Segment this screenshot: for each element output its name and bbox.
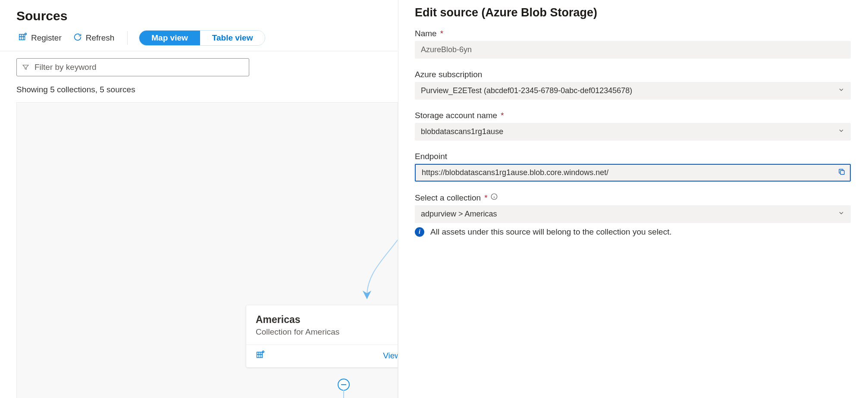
collection-value: adpurview > Americas — [421, 210, 497, 219]
collection-select[interactable]: adpurview > Americas — [415, 205, 851, 223]
collection-card-americas[interactable]: Americas Collection for Americas View — [246, 305, 398, 367]
collection-icon — [18, 32, 28, 44]
endpoint-input[interactable]: https://blobdatascans1rg1ause.blob.core.… — [415, 164, 851, 182]
collection-icon — [256, 350, 265, 361]
toolbar: Register Refresh Map view Table view — [0, 25, 398, 51]
collection-label: Select a collection — [415, 193, 481, 203]
name-label: Name — [415, 29, 437, 38]
refresh-button[interactable]: Refresh — [71, 31, 116, 46]
table-view-button[interactable]: Table view — [200, 31, 265, 45]
field-collection: Select a collection * adpurview > Americ… — [415, 193, 851, 237]
register-button[interactable]: Register — [16, 31, 63, 46]
endpoint-label: Endpoint — [415, 152, 447, 161]
svg-point-3 — [263, 351, 264, 353]
copy-icon[interactable] — [838, 168, 846, 178]
collection-card-title: Americas — [256, 314, 398, 326]
field-endpoint: Endpoint https://blobdatascans1rg1ause.b… — [415, 152, 851, 182]
svg-rect-2 — [257, 352, 263, 358]
required-marker: * — [501, 111, 504, 120]
storage-account-select[interactable]: blobdatascans1rg1ause — [415, 123, 851, 141]
info-badge-icon: i — [415, 227, 424, 237]
endpoint-value: https://blobdatascans1rg1ause.blob.core.… — [422, 168, 608, 177]
results-count: Showing 5 collections, 5 sources — [0, 80, 398, 94]
field-name: Name * — [415, 29, 851, 59]
subscription-select[interactable]: Purview_E2ETest (abcdef01-2345-6789-0abc… — [415, 82, 851, 100]
required-marker: * — [484, 193, 487, 203]
subscription-value: Purview_E2ETest (abcdef01-2345-6789-0abc… — [421, 86, 632, 95]
field-subscription: Azure subscription Purview_E2ETest (abcd… — [415, 70, 851, 100]
storage-label: Storage account name — [415, 111, 497, 120]
toolbar-divider — [127, 31, 128, 45]
collection-card-subtitle: Collection for Americas — [256, 327, 398, 337]
collection-info-row: i All assets under this source will belo… — [415, 227, 851, 237]
filter-icon — [22, 63, 29, 71]
view-details-link[interactable]: View — [383, 351, 398, 360]
filter-input[interactable] — [34, 63, 244, 72]
view-toggle: Map view Table view — [139, 30, 265, 46]
subscription-label: Azure subscription — [415, 70, 482, 79]
refresh-label: Refresh — [86, 33, 115, 43]
collapse-node-button[interactable] — [338, 379, 350, 391]
chevron-down-icon — [838, 86, 845, 95]
info-icon[interactable] — [490, 193, 498, 203]
name-input[interactable] — [415, 41, 851, 59]
field-storage-account: Storage account name * blobdatascans1rg1… — [415, 111, 851, 141]
chevron-down-icon — [838, 127, 845, 136]
edit-source-panel: Edit source (Azure Blob Storage) Name * … — [398, 0, 868, 398]
sources-pane: Sources Register — [0, 0, 398, 398]
map-view-button[interactable]: Map view — [139, 31, 200, 45]
storage-value: blobdatascans1rg1ause — [421, 127, 503, 136]
minus-icon — [341, 384, 346, 385]
collection-info-text: All assets under this source will belong… — [430, 227, 672, 237]
svg-point-1 — [25, 33, 27, 34]
register-label: Register — [31, 33, 62, 43]
connector-line — [343, 390, 344, 398]
map-canvas[interactable]: Americas Collection for Americas View — [16, 102, 398, 398]
refresh-icon — [73, 32, 82, 44]
required-marker: * — [440, 29, 443, 38]
connector-line — [289, 189, 398, 301]
svg-rect-0 — [19, 34, 25, 40]
page-title: Sources — [16, 9, 388, 23]
chevron-down-icon — [838, 210, 845, 219]
panel-title: Edit source (Azure Blob Storage) — [415, 6, 851, 19]
filter-input-wrapper[interactable] — [16, 58, 249, 76]
svg-rect-4 — [840, 170, 844, 174]
